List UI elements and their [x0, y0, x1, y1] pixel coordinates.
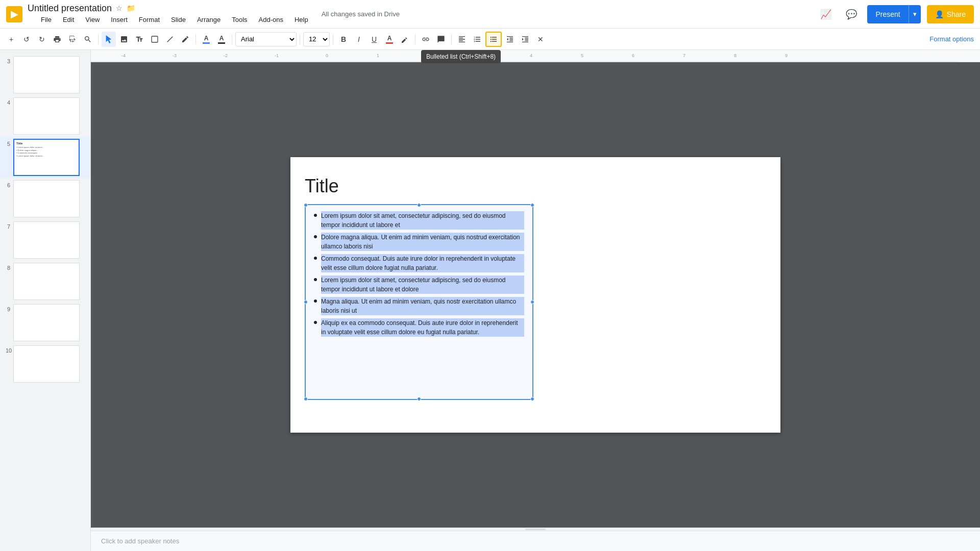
- menu-format[interactable]: Format: [134, 14, 165, 26]
- bullet-item: Dolore magna aliqua. Ut enim ad minim ve…: [314, 233, 524, 251]
- speaker-notes-placeholder[interactable]: Click to add speaker notes: [101, 537, 179, 545]
- insert-comment-btn[interactable]: [434, 32, 448, 47]
- slide-item[interactable]: 4: [0, 95, 90, 137]
- slides-panel: 3 4 5 Title • Lorem ipsum dolor sit amet…: [0, 50, 91, 551]
- bold-btn[interactable]: B: [336, 32, 351, 47]
- clear-format-btn[interactable]: ✕: [533, 32, 548, 47]
- image-tool[interactable]: [117, 32, 131, 47]
- bullet-text[interactable]: Lorem ipsum dolor sit amet, consectetur …: [321, 211, 524, 230]
- speaker-notes[interactable]: Click to add speaker notes: [91, 531, 980, 551]
- present-dropdown-button[interactable]: ▾: [909, 5, 921, 23]
- slide-viewport[interactable]: Title Lorem ipsum dolor sit: [91, 62, 980, 528]
- slide-item[interactable]: 7: [0, 219, 90, 261]
- slide-thumbnail[interactable]: [13, 180, 80, 217]
- indent-decrease-btn[interactable]: [503, 32, 517, 47]
- svg-text:5: 5: [581, 53, 583, 58]
- bullet-text[interactable]: Aliquip ex ea commodo consequat. Duis au…: [321, 318, 524, 337]
- sep7: [451, 34, 452, 44]
- slide-item[interactable]: 3: [0, 54, 90, 95]
- paintformat-button[interactable]: [65, 32, 80, 47]
- text-color-btn[interactable]: A: [382, 32, 397, 47]
- menu-edit[interactable]: Edit: [58, 14, 79, 26]
- undo-button[interactable]: ↺: [19, 32, 34, 47]
- bullet-text[interactable]: Dolore magna aliqua. Ut enim ad minim ve…: [321, 233, 524, 251]
- text-box[interactable]: Lorem ipsum dolor sit amet, consectetur …: [305, 204, 533, 400]
- textbox-tool[interactable]: [132, 32, 146, 47]
- svg-text:2: 2: [428, 53, 430, 58]
- slide-thumbnail[interactable]: [13, 221, 80, 259]
- comment-icon[interactable]: 💬: [842, 7, 861, 22]
- menu-view[interactable]: View: [80, 14, 105, 26]
- slide-item-active[interactable]: 5 Title • Lorem ipsum dolor sit amet...•…: [0, 137, 90, 178]
- highlight-btn[interactable]: [398, 32, 412, 47]
- resize-handle-tc[interactable]: [417, 203, 421, 207]
- svg-text:9: 9: [785, 53, 788, 58]
- menu-slide[interactable]: Slide: [166, 14, 191, 26]
- redo-button[interactable]: ↻: [35, 32, 49, 47]
- menu-tools[interactable]: Tools: [227, 14, 252, 26]
- slide-title[interactable]: Title: [305, 176, 339, 197]
- slide-item[interactable]: 8: [0, 261, 90, 302]
- share-icon: 👤: [935, 10, 944, 18]
- share-label: Share: [947, 10, 966, 18]
- slide-thumbnail[interactable]: [13, 263, 80, 300]
- sep2: [195, 34, 196, 44]
- menu-insert[interactable]: Insert: [106, 14, 133, 26]
- bullet-item: Aliquip ex ea commodo consequat. Duis au…: [314, 318, 524, 337]
- numbered-list-btn[interactable]: [470, 32, 484, 47]
- svg-text:8: 8: [734, 53, 737, 58]
- present-button[interactable]: Present: [867, 5, 908, 23]
- slide-item[interactable]: 10: [0, 343, 90, 385]
- add-button[interactable]: +: [4, 32, 18, 47]
- resize-handle-tl[interactable]: [304, 203, 308, 207]
- bullet-text[interactable]: Lorem ipsum dolor sit amet, consectetur …: [321, 276, 524, 294]
- slide-thumbnail[interactable]: [13, 345, 80, 383]
- slide-item[interactable]: 6: [0, 178, 90, 219]
- menu-addons[interactable]: Add-ons: [254, 14, 288, 26]
- resize-handle-mr[interactable]: [530, 300, 534, 304]
- resize-handle-ml[interactable]: [304, 300, 308, 304]
- share-button[interactable]: 👤 Share: [927, 5, 974, 23]
- slide-number: 4: [4, 99, 13, 106]
- indent-increase-btn[interactable]: [518, 32, 532, 47]
- fill-color-btn[interactable]: A: [199, 32, 213, 47]
- print-button[interactable]: [50, 32, 64, 47]
- font-size-select[interactable]: 12: [303, 32, 330, 46]
- bullet-text[interactable]: Magna aliqua. Ut enim ad minim veniam, q…: [321, 297, 524, 315]
- menu-arrange[interactable]: Arrange: [192, 14, 226, 26]
- logo-icon: ▶: [11, 9, 18, 20]
- font-family-select[interactable]: Arial: [235, 32, 297, 46]
- menu-file[interactable]: File: [36, 14, 57, 26]
- resize-handle-tr[interactable]: [530, 203, 534, 207]
- slide-number: 9: [4, 306, 13, 312]
- resize-handle-br[interactable]: [530, 397, 534, 401]
- sep5: [333, 34, 333, 44]
- saved-status: All changes saved in Drive: [322, 10, 400, 18]
- select-tool[interactable]: [102, 32, 116, 47]
- line-tool[interactable]: [163, 32, 177, 47]
- scribble-tool[interactable]: [178, 32, 192, 47]
- bulleted-list-btn[interactable]: [485, 32, 502, 47]
- star-icon[interactable]: ☆: [116, 4, 122, 12]
- slide-thumbnail[interactable]: [13, 97, 80, 135]
- resize-handle-bl[interactable]: [304, 397, 308, 401]
- resize-handle-bc[interactable]: [417, 397, 421, 401]
- format-options-button[interactable]: Format options: [929, 35, 974, 43]
- link-btn[interactable]: [419, 32, 433, 47]
- shape-tool[interactable]: [148, 32, 162, 47]
- menu-help[interactable]: Help: [289, 14, 313, 26]
- underline-btn[interactable]: U: [367, 32, 381, 47]
- analytics-icon[interactable]: 📈: [816, 7, 836, 22]
- slide-thumbnail-active[interactable]: Title • Lorem ipsum dolor sit amet...• D…: [13, 139, 80, 176]
- align-btn[interactable]: [455, 32, 469, 47]
- zoom-button[interactable]: [81, 32, 95, 47]
- border-color-btn[interactable]: A: [214, 32, 229, 47]
- slide-thumbnail[interactable]: [13, 56, 80, 93]
- bullet-text[interactable]: Commodo consequat. Duis aute irure dolor…: [321, 254, 524, 272]
- folder-icon[interactable]: 📁: [127, 4, 135, 12]
- presentation-title[interactable]: Untitled presentation: [28, 3, 112, 14]
- italic-btn[interactable]: I: [352, 32, 366, 47]
- slide-thumbnail[interactable]: [13, 304, 80, 341]
- slide-item[interactable]: 9: [0, 302, 90, 343]
- svg-text:0: 0: [326, 53, 328, 58]
